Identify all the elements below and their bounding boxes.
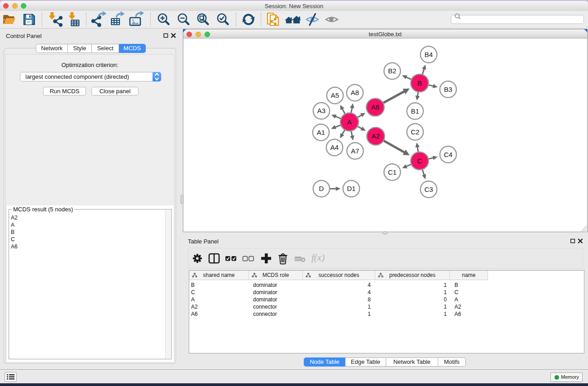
svg-text:A2: A2 xyxy=(372,132,380,140)
svg-text:C2: C2 xyxy=(411,128,419,136)
svg-text:A4: A4 xyxy=(330,143,339,151)
svg-text:A3: A3 xyxy=(317,107,325,114)
svg-text:B2: B2 xyxy=(388,67,396,75)
svg-text:C1: C1 xyxy=(388,168,397,176)
svg-text:A1: A1 xyxy=(317,129,325,136)
svg-text:A8: A8 xyxy=(351,89,359,96)
svg-text:A7: A7 xyxy=(351,147,359,155)
svg-text:A6: A6 xyxy=(371,103,379,111)
svg-text:C3: C3 xyxy=(424,186,433,193)
svg-text:C4: C4 xyxy=(444,151,452,158)
svg-text:B4: B4 xyxy=(425,51,433,58)
svg-text:D: D xyxy=(319,185,324,192)
svg-text:C: C xyxy=(417,157,422,165)
svg-text:B3: B3 xyxy=(444,86,452,93)
svg-text:D1: D1 xyxy=(347,185,355,192)
svg-text:A5: A5 xyxy=(331,91,339,99)
svg-text:A: A xyxy=(347,118,352,126)
svg-text:B1: B1 xyxy=(411,107,419,115)
svg-text:B: B xyxy=(417,79,422,87)
